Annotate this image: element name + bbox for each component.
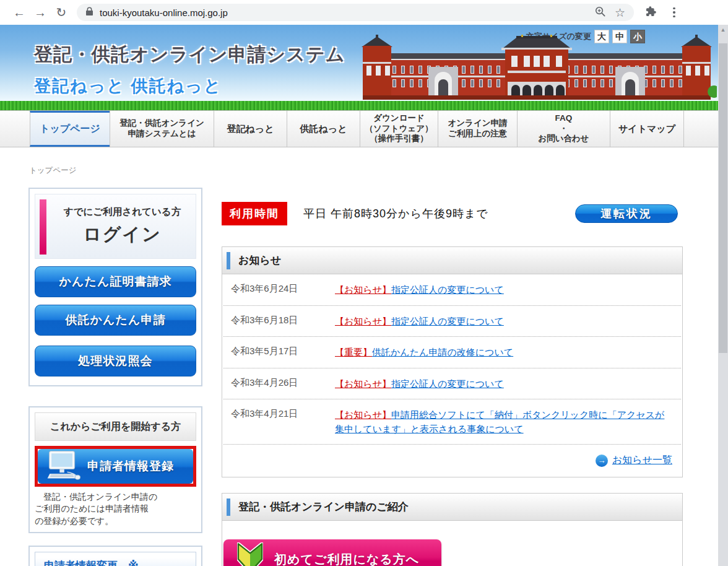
site-header: 文字サイズの変更 大 中 小 登記・供託オンライン申請システム 登記ねっと 供託… xyxy=(0,25,718,110)
main-navigation: トップページ 登記・供託オンライン 申請システムとは 登記ねっと 供託ねっと ダ… xyxy=(0,110,718,147)
news-link[interactable]: 【お知らせ】指定公証人の変更について xyxy=(335,315,674,329)
news-tag: 【お知らせ】 xyxy=(335,378,391,389)
tab-touki-net[interactable]: 登記ねっと xyxy=(214,111,287,147)
operation-status-button[interactable]: 運転状況 xyxy=(575,204,678,223)
news-title: 供託かんたん申請の改修について xyxy=(372,347,513,357)
change-info-box: 申請者情報変更 ※ xyxy=(28,546,202,566)
registration-note: 登記・供託オンライン申請の ご利用のためには申請者情報 の登録が必要です。 xyxy=(35,491,196,527)
service-hours-row: 利用時間 平日 午前8時30分から午後9時まで 運転状況 xyxy=(222,202,683,225)
intro-heading: 登記・供託オンライン申請のご紹介 xyxy=(238,500,409,514)
processing-status-inquiry-button[interactable]: 処理状況照会 xyxy=(35,346,196,377)
bookmark-star-icon[interactable]: ☆ xyxy=(615,6,625,20)
news-date: 令和3年5月17日 xyxy=(231,346,335,360)
news-row: 令和3年4月21日 【お知らせ】申請用総合ソフトにて「納付」ボタンクリック時に「… xyxy=(223,399,681,445)
breadcrumb: トップページ xyxy=(29,165,728,176)
red-highlight-frame: 申請者情報登録 xyxy=(35,446,196,487)
intro-header: 登記・供託オンライン申請のご紹介 xyxy=(222,494,682,521)
login-label: ログイン xyxy=(49,222,196,247)
lock-icon xyxy=(85,7,93,19)
news-date: 令和3年4月26日 xyxy=(231,377,335,391)
news-row: 令和3年6月24日 【お知らせ】指定公証人の変更について xyxy=(223,274,681,306)
news-title: 指定公証人の変更について xyxy=(391,378,504,389)
extensions-icon[interactable] xyxy=(645,6,657,20)
easy-certificate-request-button[interactable]: かんたん証明書請求 xyxy=(35,266,196,297)
zoom-icon[interactable] xyxy=(594,6,606,20)
hours-text: 平日 午前8時30分から午後9時まで xyxy=(303,206,488,221)
applicant-change-heading[interactable]: 申請者情報変更 ※ xyxy=(35,552,196,566)
registration-box: これからご利用を開始する方 xyxy=(28,406,202,533)
blue-accent-bar xyxy=(227,252,230,269)
news-link[interactable]: 【重要】供託かんたん申請の改修について xyxy=(335,346,674,360)
address-bar[interactable]: touki-kyoutaku-online.moj.go.jp ☆ xyxy=(77,4,634,21)
news-list-link[interactable]: お知らせ一覧 xyxy=(612,454,672,467)
news-tag: 【お知らせ】 xyxy=(335,409,391,420)
tab-label: ダウンロード （ソフトウェア） （操作手引書） xyxy=(365,113,433,145)
site-title: 登記・供託オンライン申請システム xyxy=(34,42,345,67)
url-text[interactable]: touki-kyoutaku-online.moj.go.jp xyxy=(100,7,594,18)
tab-label: 登記・供託オンライン 申請システムとは xyxy=(119,118,204,139)
tab-label: トップページ xyxy=(40,123,100,135)
tab-label: 登記ねっと xyxy=(227,123,274,135)
tab-label: 供託ねっと xyxy=(300,123,347,135)
news-section: お知らせ 令和3年6月24日 【お知らせ】指定公証人の変更について 令和3年6月… xyxy=(222,246,683,477)
news-link[interactable]: 【お知らせ】指定公証人の変更について xyxy=(335,283,674,297)
registration-heading: これからご利用を開始する方 xyxy=(35,412,196,441)
pink-accent-bar xyxy=(40,199,46,255)
news-date: 令和3年4月21日 xyxy=(231,408,335,436)
sidebar: すでにご利用されている方 ログイン かんたん証明書請求 供託かんたん申請 処理状… xyxy=(28,188,202,566)
news-row: 令和3年4月26日 【お知らせ】指定公証人の変更について xyxy=(223,368,681,400)
news-date: 令和3年6月18日 xyxy=(231,315,335,329)
tab-usage-notes[interactable]: オンライン申請 ご利用上の注意 xyxy=(438,111,517,147)
news-footer: → お知らせ一覧 xyxy=(223,445,681,477)
tab-top-page[interactable]: トップページ xyxy=(30,111,110,147)
hours-badge: 利用時間 xyxy=(222,202,287,225)
scroll-up-icon[interactable]: ▲ xyxy=(718,25,728,35)
login-banner[interactable]: すでにご利用されている方 ログイン xyxy=(35,194,196,259)
tab-download[interactable]: ダウンロード （ソフトウェア） （操作手引書） xyxy=(360,111,438,147)
tab-label: オンライン申請 ご利用上の注意 xyxy=(448,118,507,139)
scrollbar-thumb[interactable] xyxy=(719,43,727,353)
tab-kyoutaku-net[interactable]: 供託ねっと xyxy=(287,111,360,147)
applicant-registration-label: 申請者情報登録 xyxy=(87,458,174,474)
news-row: 令和3年5月17日 【重要】供託かんたん申請の改修について xyxy=(223,337,681,368)
news-tag: 【お知らせ】 xyxy=(335,316,391,326)
scrollbar[interactable]: ▲ xyxy=(718,25,728,566)
first-time-users-button[interactable]: 初めてご利用になる方へ xyxy=(223,539,441,566)
beginner-mark-icon xyxy=(237,542,263,566)
tab-sitemap[interactable]: サイトマップ xyxy=(610,111,684,147)
back-icon[interactable]: ← xyxy=(9,6,30,19)
tab-about-system[interactable]: 登記・供託オンライン 申請システムとは xyxy=(110,111,214,147)
intro-section: 登記・供託オンライン申請のご紹介 初めてご利用になる方へ xyxy=(222,493,683,566)
news-title: 指定公証人の変更について xyxy=(391,284,504,295)
tab-label: サイトマップ xyxy=(618,123,675,135)
news-title: 指定公証人の変更について xyxy=(391,316,504,326)
login-caption: すでにご利用されている方 xyxy=(49,206,196,219)
news-link[interactable]: 【お知らせ】申請用総合ソフトにて「納付」ボタンクリック時に「アクセスが集中してい… xyxy=(335,408,674,436)
login-box: すでにご利用されている方 ログイン かんたん証明書請求 供託かんたん申請 処理状… xyxy=(28,188,202,386)
tab-label: FAQ ・ お問い合わせ xyxy=(538,113,589,145)
news-heading: お知らせ xyxy=(238,253,281,268)
reload-icon[interactable]: ↻ xyxy=(51,6,72,19)
news-list: 令和3年6月24日 【お知らせ】指定公証人の変更について 令和3年6月18日 【… xyxy=(222,274,682,477)
grass-strip xyxy=(0,101,718,110)
menu-icon[interactable] xyxy=(673,7,675,18)
news-link[interactable]: 【お知らせ】指定公証人の変更について xyxy=(335,377,674,391)
main-column: 利用時間 平日 午前8時30分から午後9時まで 運転状況 お知らせ 令和3年6月… xyxy=(222,188,683,566)
browser-toolbar: ← → ↻ touki-kyoutaku-online.moj.go.jp ☆ xyxy=(0,0,728,25)
forward-icon[interactable]: → xyxy=(30,6,51,19)
news-date: 令和3年6月24日 xyxy=(231,283,335,297)
building-illustration xyxy=(357,35,717,102)
easy-deposit-application-button[interactable]: 供託かんたん申請 xyxy=(35,305,196,336)
news-header: お知らせ xyxy=(222,247,682,274)
tab-faq-contact[interactable]: FAQ ・ お問い合わせ xyxy=(517,111,610,147)
blue-accent-bar xyxy=(227,499,230,516)
news-tag: 【お知らせ】 xyxy=(335,284,391,295)
computer-icon xyxy=(44,450,81,483)
first-time-users-label: 初めてご利用になる方へ xyxy=(274,551,419,566)
site-subtitle: 登記ねっと 供託ねっと xyxy=(34,75,345,97)
news-row: 令和3年6月18日 【お知らせ】指定公証人の変更について xyxy=(223,306,681,337)
applicant-registration-button[interactable]: 申請者情報登録 xyxy=(38,449,193,484)
news-tag: 【重要】 xyxy=(335,347,372,357)
arrow-circle-icon: → xyxy=(596,455,608,467)
